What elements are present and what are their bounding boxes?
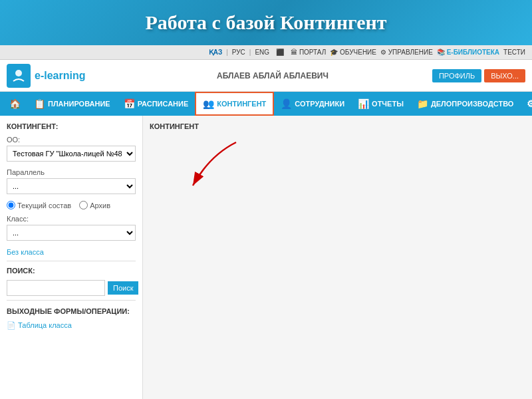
logo-icon	[7, 64, 31, 88]
svg-point-0	[15, 70, 22, 76]
nav-planning-label: ПЛАНИРОВАНИЕ	[48, 100, 110, 108]
elibrary-link[interactable]: 📚 Е-БИБЛИОТЕКА	[437, 49, 499, 56]
search-row: Поиск	[7, 280, 136, 296]
banner-title: Работа с базой Контингент	[145, 11, 386, 34]
logo-area: e-learning	[7, 64, 113, 88]
archive-radio-text: Архив	[90, 201, 110, 209]
sidebar-title: КОНТИНГЕНТ:	[7, 122, 136, 130]
nav-additional[interactable]: ⚙ ДОПОЛНИТЕЛЬНО	[520, 92, 532, 116]
search-section: ПОИСК: Поиск	[7, 267, 136, 296]
sidebar: КОНТИНГЕНТ: ОО: Тестовая ГУ "Школа-лицей…	[0, 116, 143, 399]
oo-select[interactable]: Тестовая ГУ "Школа-лицей №48"	[7, 146, 136, 162]
nav-schedule-label: РАСПИСАНИЕ	[138, 100, 189, 108]
search-button[interactable]: Поиск	[108, 281, 138, 295]
nav-planning[interactable]: 📋 ПЛАНИРОВАНИЕ	[27, 92, 117, 116]
archive-radio-label[interactable]: Архив	[79, 201, 110, 209]
logo-svg	[11, 68, 27, 84]
output-title: ВЫХОДНЫЕ ФОРМЫ/ОПЕРАЦИИ:	[7, 307, 136, 315]
divider-1	[7, 261, 136, 261]
annotation-arrow	[183, 136, 249, 198]
exit-button[interactable]: ВЫХО...	[484, 69, 525, 82]
lang-eng[interactable]: ENG	[255, 49, 269, 56]
main-area: КОНТИНГЕНТ	[143, 116, 532, 399]
upravlenie-link[interactable]: ⚙ УПРАВЛЕНИЕ	[380, 49, 433, 56]
home-icon: 🏠	[9, 98, 21, 109]
class-label: Класс:	[7, 215, 136, 223]
status-radio-group: Текущий состав Архив	[7, 201, 136, 209]
header-buttons: ПРОФИЛЬ ВЫХО...	[432, 69, 525, 82]
parallel-select[interactable]: ...	[7, 178, 136, 194]
contingent-icon: 👥	[203, 98, 214, 109]
obuchenie-link[interactable]: 🎓 ОБУЧЕНИЕ	[330, 49, 376, 56]
current-radio[interactable]	[7, 201, 15, 209]
current-radio-text: Текущий состав	[17, 201, 71, 209]
output-item-link[interactable]: 📄 Таблица класса	[7, 321, 72, 329]
top-navigation: ҚАЗ | РУС | ENG ⬛ 🏛 ПОРТАЛ 🎓 ОБУЧЕНИЕ ⚙ …	[0, 45, 532, 60]
top-nav-links: ҚАЗ | РУС | ENG ⬛ 🏛 ПОРТАЛ 🎓 ОБУЧЕНИЕ ⚙ …	[209, 49, 525, 56]
oo-label: ОО:	[7, 136, 136, 144]
main-navigation: 🏠 📋 ПЛАНИРОВАНИЕ 📅 РАСПИСАНИЕ 👥 КОНТИНГЕ…	[0, 92, 532, 116]
current-radio-label[interactable]: Текущий состав	[7, 201, 71, 209]
search-input[interactable]	[7, 280, 105, 296]
planning-icon: 📋	[34, 98, 45, 109]
main-section-title: КОНТИНГЕНТ	[150, 122, 525, 130]
content-area: КОНТИНГЕНТ: ОО: Тестовая ГУ "Школа-лицей…	[0, 116, 532, 399]
lang-rus[interactable]: РУС	[232, 49, 245, 56]
parallel-label: Параллель	[7, 168, 136, 176]
parallel-group: Параллель ...	[7, 168, 136, 194]
output-section: ВЫХОДНЫЕ ФОРМЫ/ОПЕРАЦИИ: 📄 Таблица класс…	[7, 307, 136, 330]
output-item-label: Таблица класса	[18, 321, 72, 329]
oo-group: ОО: Тестовая ГУ "Школа-лицей №48"	[7, 136, 136, 162]
search-title: ПОИСК:	[7, 267, 136, 275]
nav-documents[interactable]: 📁 ДЕЛОПРОИЗВОДСТВО	[410, 92, 520, 116]
nav-contingent[interactable]: 👥 КОНТИНГЕНТ	[195, 92, 274, 116]
no-class-link[interactable]: Без класса	[7, 248, 44, 256]
nav-documents-label: ДЕЛОПРОИЗВОДСТВО	[431, 100, 513, 108]
employees-icon: 👤	[281, 98, 292, 109]
nav-employees-label: СОТРУДНИКИ	[295, 100, 344, 108]
user-name: АБЛАЕВ АБЛАЙ АБЛАЕВИЧ	[113, 71, 432, 80]
testi-link[interactable]: ТЕСТИ	[503, 49, 525, 56]
nav-home[interactable]: 🏠	[3, 92, 27, 116]
output-item-icon: 📄	[7, 321, 18, 329]
archive-radio[interactable]	[79, 201, 88, 209]
nav-employees[interactable]: 👤 СОТРУДНИКИ	[274, 92, 351, 116]
arrow-svg	[183, 136, 249, 196]
class-select[interactable]: ...	[7, 225, 136, 241]
portal-link[interactable]: 🏛 ПОРТАЛ	[291, 49, 326, 56]
documents-icon: 📁	[417, 98, 428, 109]
reports-icon: 📊	[358, 98, 369, 109]
nav-schedule[interactable]: 📅 РАСПИСАНИЕ	[117, 92, 196, 116]
lang-kaz[interactable]: ҚАЗ	[209, 49, 223, 56]
nav-reports-label: ОТЧЕТЫ	[372, 100, 404, 108]
divider-2	[7, 300, 136, 301]
class-group: Класс: ...	[7, 215, 136, 241]
profile-button[interactable]: ПРОФИЛЬ	[432, 69, 481, 82]
schedule-icon: 📅	[124, 98, 135, 109]
banner: Работа с базой Контингент	[0, 0, 532, 45]
logo-text: e-learning	[35, 70, 85, 82]
header-bar: e-learning АБЛАЕВ АБЛАЙ АБЛАЕВИЧ ПРОФИЛЬ…	[0, 60, 532, 92]
nav-contingent-label: КОНТИНГЕНТ	[217, 100, 266, 108]
nav-reports[interactable]: 📊 ОТЧЕТЫ	[351, 92, 410, 116]
additional-icon: ⚙	[527, 98, 532, 109]
